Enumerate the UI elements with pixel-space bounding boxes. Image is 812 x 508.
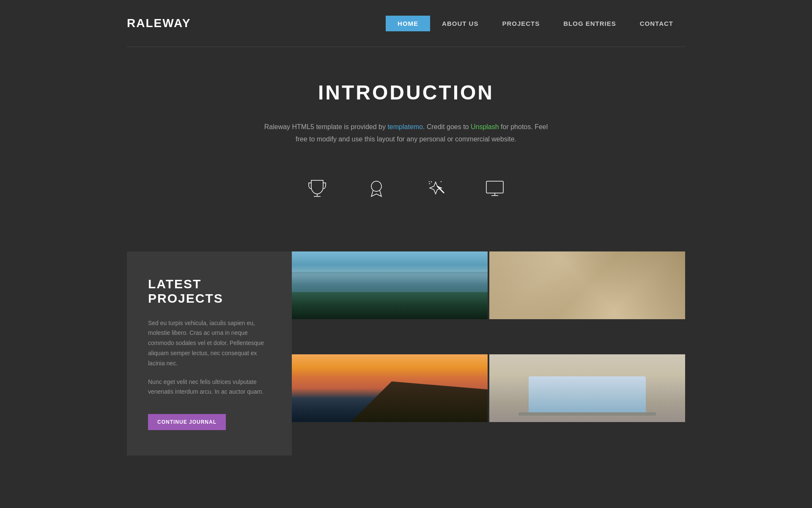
intro-text: Raleway HTML5 template is provided by te… (258, 121, 554, 146)
nav-contact[interactable]: CONTACT (628, 16, 685, 31)
projects-images-grid (292, 251, 685, 456)
projects-section: LATEST PROJECTS Sed eu turpis vehicula, … (127, 251, 685, 456)
header: RALEWAY HOME ABOUT US PROJECTS BLOG ENTR… (0, 0, 812, 47)
nav-home[interactable]: HOME (386, 16, 430, 31)
trophy-icon (304, 175, 330, 201)
projects-desc-2: Nunc eget velit nec felis ultrices vulpu… (148, 377, 271, 398)
svg-line-5 (441, 181, 442, 182)
projects-title: LATEST PROJECTS (148, 277, 271, 306)
svg-rect-8 (486, 181, 503, 193)
icons-row (127, 167, 685, 226)
monitor-icon (482, 175, 508, 201)
logo: RALEWAY (127, 17, 191, 30)
award-icon (364, 175, 389, 201)
nav-about[interactable]: ABOUT US (430, 16, 490, 31)
svg-point-2 (371, 181, 381, 191)
image-laptop-desk (489, 354, 685, 422)
templatemo-link[interactable]: templatemo (387, 123, 423, 130)
intro-title: INTRODUCTION (127, 81, 685, 104)
intro-text-before: Raleway HTML5 template is provided by (264, 123, 388, 130)
nav-blog[interactable]: BLOG ENTRIES (551, 16, 628, 31)
magic-icon (423, 175, 448, 201)
svg-line-4 (429, 181, 430, 182)
nav-projects[interactable]: PROJECTS (490, 16, 551, 31)
image-map (489, 251, 685, 319)
nav: HOME ABOUT US PROJECTS BLOG ENTRIES CONT… (386, 16, 685, 31)
projects-left-panel: LATEST PROJECTS Sed eu turpis vehicula, … (127, 251, 292, 456)
continue-journal-button[interactable]: CONTINUE JOURNAL (148, 414, 226, 430)
intro-text-middle: . Credit goes to (423, 123, 471, 130)
intro-section: INTRODUCTION Raleway HTML5 template is p… (0, 47, 812, 251)
unsplash-link[interactable]: Unsplash (471, 123, 499, 130)
image-sunset-coast (292, 354, 488, 422)
projects-desc-1: Sed eu turpis vehicula, iaculis sapien e… (148, 318, 271, 369)
image-mountain-lake (292, 251, 488, 319)
